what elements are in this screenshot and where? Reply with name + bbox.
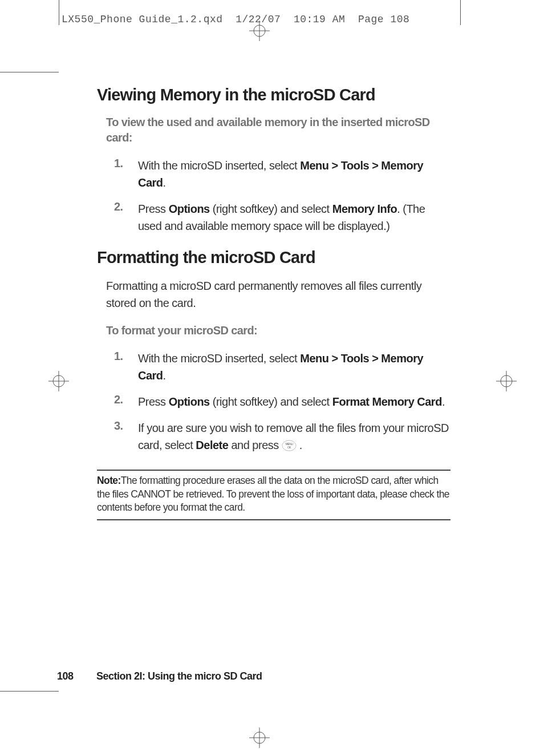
crop-mark: [59, 0, 59, 25]
crop-mark: [460, 0, 461, 25]
registration-mark-icon: [496, 371, 517, 391]
steps-list: 1. With the microSD inserted, select Men…: [114, 157, 450, 235]
page-number: 108: [57, 670, 74, 682]
paragraph: Formatting a microSD card permanently re…: [106, 277, 450, 312]
header-page: Page 108: [358, 14, 409, 25]
step-number: 1.: [114, 157, 125, 191]
crop-mark: [0, 691, 59, 692]
step-body: With the microSD inserted, select Menu >…: [138, 157, 450, 191]
page-content: Viewing Memory in the microSD Card To vi…: [97, 86, 450, 520]
step-number: 3.: [114, 419, 125, 456]
svg-text:MENU: MENU: [285, 442, 293, 446]
subheading: To view the used and available memory in…: [106, 115, 450, 145]
header-date: 1/22/07: [236, 14, 281, 25]
step-item: 3. If you are sure you wish to remove al…: [114, 419, 450, 456]
step-body: Press Options (right softkey) and select…: [138, 393, 445, 410]
steps-list: 1. With the microSD inserted, select Men…: [114, 350, 450, 456]
section-label: Section 2I: Using the micro SD Card: [96, 670, 262, 682]
step-item: 2. Press Options (right softkey) and sel…: [114, 200, 450, 235]
step-number: 2.: [114, 393, 125, 410]
note-label: Note:: [97, 475, 121, 486]
svg-text:OK: OK: [287, 446, 291, 449]
note-box: Note:The formatting procedure erases all…: [97, 470, 450, 520]
step-item: 2. Press Options (right softkey) and sel…: [114, 393, 450, 410]
menu-ok-button-icon: MENUOK: [282, 439, 297, 456]
step-item: 1. With the microSD inserted, select Men…: [114, 157, 450, 191]
heading-viewing-memory: Viewing Memory in the microSD Card: [97, 86, 450, 104]
document-header: LX550_Phone Guide_1.2.qxd 1/22/07 10:19 …: [62, 14, 409, 25]
step-number: 1.: [114, 350, 125, 384]
header-filename: LX550_Phone Guide_1.2.qxd: [62, 14, 223, 25]
step-body: With the microSD inserted, select Menu >…: [138, 350, 450, 384]
step-body: Press Options (right softkey) and select…: [138, 200, 450, 235]
registration-mark-icon: [48, 371, 69, 391]
registration-mark-icon: [249, 727, 270, 748]
subheading: To format your microSD card:: [106, 323, 450, 338]
step-number: 2.: [114, 200, 125, 235]
step-body: If you are sure you wish to remove all t…: [138, 419, 450, 456]
header-time: 10:19 AM: [294, 14, 345, 25]
page-footer: 108 Section 2I: Using the micro SD Card: [57, 670, 262, 682]
step-item: 1. With the microSD inserted, select Men…: [114, 350, 450, 384]
crop-mark: [0, 72, 59, 72]
note-text: The formatting procedure erases all the …: [97, 475, 449, 513]
heading-formatting: Formatting the microSD Card: [97, 248, 450, 267]
